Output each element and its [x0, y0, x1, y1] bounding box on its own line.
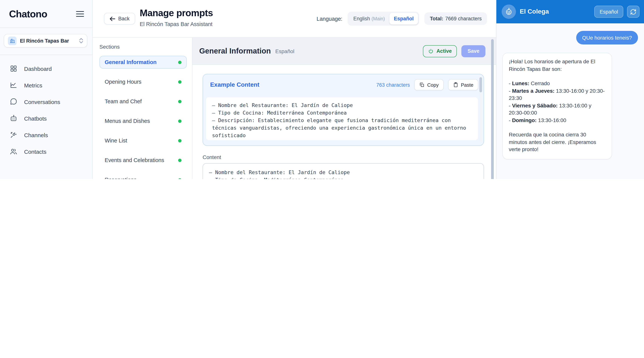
metrics-icon	[10, 81, 17, 89]
chat-widget-panel: El Colega Español QUe horarios teneis? ¡…	[496, 0, 644, 179]
hamburger-icon	[76, 11, 84, 17]
chatbots-icon	[10, 115, 17, 122]
sidebar-item-label: Chatbots	[24, 115, 47, 122]
chat-bot-name: El Colega	[520, 8, 590, 16]
total-characters-badge: Total: 7669 characters	[425, 13, 487, 25]
brand-logo: Chatono	[9, 8, 47, 20]
sections-panel: Sections General Information Opening Hou…	[93, 38, 192, 179]
sections-title: Sections	[100, 44, 186, 50]
content-textarea[interactable]: – Nombre del Restaurante: El Jardín de C…	[202, 163, 484, 179]
channels-icon	[10, 131, 17, 139]
example-char-count: 763 characters	[376, 82, 410, 88]
editor-section-title: General Information	[199, 47, 271, 55]
section-item-events-and-celebrations[interactable]: Events and Celebrations	[100, 154, 187, 167]
bot-message-intro: ¡Hola! Los horarios de apertura de El Ri…	[509, 58, 606, 73]
back-button[interactable]: Back	[104, 13, 135, 25]
example-scrollbar	[480, 77, 482, 142]
bot-message-bubble: ¡Hola! Los horarios de apertura de El Ri…	[502, 53, 612, 159]
section-item-reservations[interactable]: Reservations	[100, 173, 187, 179]
dashboard-icon	[10, 65, 17, 72]
language-option-english[interactable]: English (Main)	[349, 13, 389, 25]
divider	[0, 55, 92, 55]
active-toggle-button[interactable]: Active	[423, 45, 457, 57]
user-message-bubble: QUe horarios teneis?	[576, 31, 638, 45]
hamburger-menu-button[interactable]	[74, 10, 86, 19]
arrow-left-icon	[110, 17, 115, 21]
example-content-card: Example Content 763 characters Copy	[202, 74, 484, 146]
example-content-title: Example Content	[210, 81, 372, 88]
sidebar-item-chatbots[interactable]: Chatbots	[0, 110, 92, 127]
building-icon	[8, 36, 16, 45]
sidebar-item-dashboard[interactable]: Dashboard	[0, 60, 92, 77]
status-dot	[178, 61, 182, 64]
schedule-line: - Martes a Jueves: 13:30-16:00 y 20:30-2…	[509, 87, 606, 102]
status-dot	[178, 178, 182, 179]
power-icon	[428, 49, 434, 54]
editor-body: Example Content 763 characters Copy	[192, 65, 494, 179]
page-subtitle: El Rincón Tapas Bar Assistant	[140, 21, 212, 27]
main-scrollbar-thumb[interactable]	[491, 39, 494, 179]
section-item-opening-hours[interactable]: Opening Hours	[100, 75, 187, 88]
status-dot	[178, 80, 182, 84]
save-button[interactable]: Save	[462, 45, 486, 57]
bot-avatar-icon	[502, 5, 516, 19]
chat-language-button[interactable]: Español	[594, 6, 623, 18]
page-header: Back Manage prompts El Rincón Tapas Bar …	[93, 0, 496, 38]
editor-header: General Information Español Active Save	[192, 38, 496, 65]
sidebar-item-label: Channels	[24, 132, 48, 138]
sidebar-item-label: Dashboard	[24, 65, 52, 72]
sidebar: Chatono El Rincón Tapas Bar D	[0, 0, 93, 179]
page-title: Manage prompts	[140, 8, 213, 19]
bot-message-outro: Recuerda que la cocina cierra 30 minutos…	[509, 131, 606, 153]
sidebar-item-label: Conversations	[24, 99, 60, 105]
chevron-updown-icon	[79, 38, 83, 44]
main-panel: Back Manage prompts El Rincón Tapas Bar …	[93, 0, 496, 179]
chat-refresh-button[interactable]	[627, 6, 640, 18]
copy-icon	[419, 82, 425, 87]
sidebar-item-label: Contacts	[24, 148, 46, 155]
content-label: Content	[202, 154, 484, 160]
refresh-icon	[630, 9, 636, 15]
sidebar-nav: Dashboard Metrics Conversations Chatbots	[0, 60, 92, 160]
example-content-text: – Nombre del Restaurante: El Jardín de C…	[206, 97, 478, 140]
schedule-line: - Domingo: 13:30-16:00	[509, 117, 606, 124]
section-item-wine-list[interactable]: Wine List	[100, 134, 187, 147]
schedule-line: - Lunes: Cerrado	[509, 80, 606, 87]
section-item-team-and-chef[interactable]: Team and Chef	[100, 95, 187, 108]
copy-button[interactable]: Copy	[414, 79, 444, 91]
editor-panel: General Information Español Active Save …	[192, 38, 496, 179]
example-scrollbar-thumb[interactable]	[480, 77, 482, 92]
status-dot	[178, 139, 182, 142]
editor-section-language: Español	[275, 48, 294, 54]
status-dot	[178, 100, 182, 103]
organization-selector[interactable]: El Rincón Tapas Bar	[4, 34, 87, 48]
conversations-icon	[10, 98, 17, 106]
divider	[0, 28, 92, 28]
paste-button[interactable]: Paste	[448, 79, 478, 91]
clipboard-icon	[453, 82, 458, 87]
sidebar-item-metrics[interactable]: Metrics	[0, 77, 92, 94]
status-dot	[178, 158, 182, 162]
sidebar-item-channels[interactable]: Channels	[0, 127, 92, 143]
section-item-general-information[interactable]: General Information	[100, 56, 187, 69]
schedule-line: - Viernes y Sábado: 13:30-16:00 y 20:30-…	[509, 102, 606, 117]
language-label: Language:	[316, 16, 342, 22]
app-root: Chatono El Rincón Tapas Bar D	[0, 0, 644, 179]
sidebar-item-conversations[interactable]: Conversations	[0, 94, 92, 110]
language-toggle: English (Main) Español	[348, 12, 419, 26]
sidebar-item-label: Metrics	[24, 82, 42, 88]
sidebar-item-contacts[interactable]: Contacts	[0, 143, 92, 160]
chat-message-list: QUe horarios teneis? ¡Hola! Los horarios…	[496, 23, 644, 179]
contacts-icon	[10, 148, 17, 155]
section-item-menus-and-dishes[interactable]: Menus and Dishes	[100, 115, 187, 127]
language-option-espanol[interactable]: Español	[390, 13, 418, 25]
organization-name: El Rincón Tapas Bar	[20, 38, 76, 44]
status-dot	[178, 119, 182, 123]
chat-header: El Colega Español	[496, 0, 644, 23]
